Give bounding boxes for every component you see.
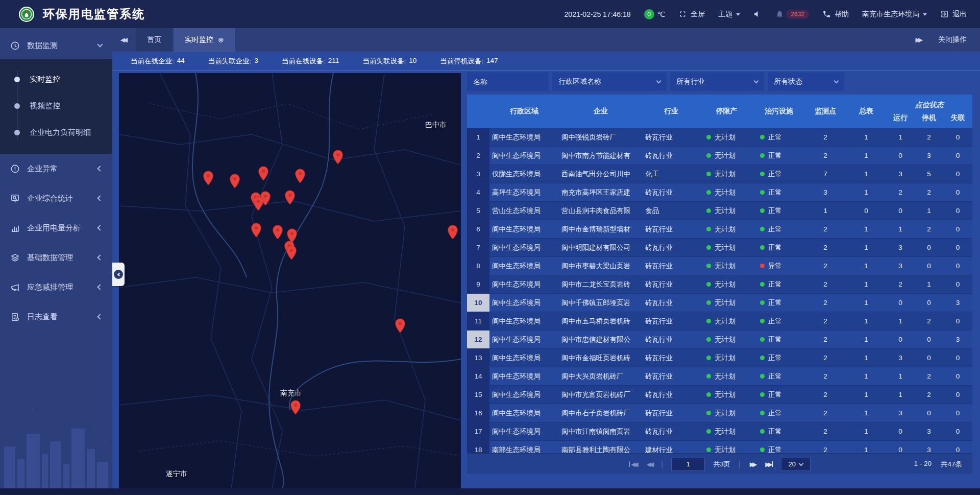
- production-status-dot: [706, 227, 711, 231]
- map-city-label: 南充市: [280, 389, 302, 398]
- row-running-cell: 2: [886, 275, 915, 293]
- region-filter-select[interactable]: 行政区域名称: [552, 73, 667, 91]
- table-row[interactable]: 12 阆中生态环境局 阆中市忠信建材有限公 砖瓦行业 无计划 正常 2 1 0 …: [467, 331, 972, 349]
- map-pin[interactable]: [272, 225, 283, 240]
- sidebar-collapse-button[interactable]: [112, 263, 125, 286]
- table-row[interactable]: 13 阆中生态环境局 阆中市金福旺页岩机砖 砖瓦行业 无计划 正常 2 1 3 …: [467, 349, 972, 367]
- industry-filter-select[interactable]: 所有行业: [670, 73, 764, 91]
- table-row[interactable]: 3 仪陇生态环境局 西南油气田分公司川中 化工 无计划 正常 7 1 3 5 0: [467, 165, 972, 183]
- chevron-down-icon: [754, 79, 759, 84]
- sidebar-item-video-monitor[interactable]: 视频监控: [0, 92, 112, 119]
- name-filter-input[interactable]: [473, 78, 543, 86]
- prev-page-button[interactable]: ◀◀: [646, 461, 653, 468]
- help-button[interactable]: 帮助: [822, 10, 849, 19]
- row-running-cell: 0: [886, 294, 915, 312]
- sidebar-item-enterprise-abnormal[interactable]: 企业异常: [0, 154, 112, 183]
- table-body: 1 阆中生态环境局 阆中强锐页岩砖厂 砖瓦行业 无计划 正常 2 1 1 2 0…: [467, 128, 972, 453]
- table-row[interactable]: 4 高坪生态环境局 南充市高坪区王家店建 砖瓦行业 无计划 正常 3 1 2 2…: [467, 183, 972, 202]
- sidebar-item-emergency-reduction[interactable]: 应急减排管理: [0, 272, 112, 302]
- map-pin[interactable]: [258, 166, 269, 181]
- row-facility-cell: 正常: [753, 367, 804, 385]
- map-pin[interactable]: [229, 174, 240, 188]
- row-meters-cell: 1: [846, 257, 886, 275]
- row-region-cell: 阆中生态环境局: [489, 220, 559, 238]
- table-row[interactable]: 17 阆中生态环境局 阆中市江南镇阆南页岩 砖瓦行业 无计划 正常 2 1 0 …: [467, 422, 972, 441]
- sidebar-item-power-load-detail[interactable]: 企业电力负荷明细: [0, 119, 112, 146]
- map-pin[interactable]: [295, 169, 306, 183]
- tab-home[interactable]: 首页: [136, 28, 173, 52]
- row-points-cell: 3: [804, 183, 846, 201]
- table-row[interactable]: 6 阆中生态环境局 阆中市金博瑞新型墙材 砖瓦行业 无计划 正常 2 1 1 2…: [467, 220, 972, 239]
- sidebar-item-data-monitoring[interactable]: 数据监测: [0, 32, 112, 59]
- table-row[interactable]: 16 阆中生态环境局 阆中市石子页岩机砖厂 砖瓦行业 无计划 正常 2 1 3 …: [467, 404, 972, 422]
- mute-button[interactable]: [753, 10, 762, 18]
- row-region-cell: 南部生态环境局: [489, 441, 559, 453]
- map-pin[interactable]: [332, 150, 344, 164]
- table-row[interactable]: 2 阆中生态环境局 阆中市南方节能建材有 砖瓦行业 无计划 正常 2 1 0 3…: [467, 147, 972, 165]
- close-operations-button[interactable]: 关闭操作: [938, 35, 967, 44]
- table-row[interactable]: 11 阆中生态环境局 阆中市五马桥页岩机砖 砖瓦行业 无计划 正常 2 1 1 …: [467, 312, 972, 331]
- row-industry-cell: 砖瓦行业: [643, 422, 700, 440]
- row-region-cell: 阆中生态环境局: [489, 312, 559, 330]
- table-row[interactable]: 5 营山生态环境局 营山县润丰肉食品有限 食品 无计划 正常 1 0 0 1 0: [467, 202, 972, 220]
- table-row[interactable]: 7 阆中生态环境局 阆中明阳建材有限公司 砖瓦行业 无计划 正常 2 1 3 0…: [467, 239, 972, 257]
- sidebar-item-basic-data-management[interactable]: 基础数据管理: [0, 243, 112, 272]
- map-pin[interactable]: [286, 245, 297, 260]
- row-points-cell: 7: [804, 165, 846, 183]
- map-pin[interactable]: [290, 400, 301, 415]
- row-index-cell: 12: [467, 331, 489, 348]
- bar-chart-icon: [10, 223, 20, 233]
- temperature-unit: ℃: [657, 10, 666, 18]
- tab-close-icon[interactable]: ⊗: [218, 36, 224, 43]
- table-header: 行政区域 企业 行业 停限产 治污设施 监测点 总表 点位状态 运行 停机 失联: [467, 95, 972, 128]
- first-page-button[interactable]: ◀◀: [629, 461, 637, 468]
- row-facility-cell: 正常: [753, 239, 804, 256]
- table-row[interactable]: 15 阆中生态环境局 阆中市光富页岩机砖厂 砖瓦行业 无计划 正常 2 1 1 …: [467, 386, 972, 404]
- table-row[interactable]: 14 阆中生态环境局 阆中大兴页岩机砖厂 砖瓦行业 无计划 正常 2 1 1 2…: [467, 367, 972, 386]
- logout-button[interactable]: 退出: [940, 10, 967, 19]
- map-pin[interactable]: [203, 171, 214, 185]
- map-panel[interactable]: 巴中市 南充市 遂宁市: [119, 73, 461, 489]
- sidebar-item-realtime-monitor[interactable]: 实时监控: [0, 66, 112, 92]
- notifications-button[interactable]: 2632: [775, 10, 809, 19]
- map-pin[interactable]: [253, 196, 264, 211]
- table-row[interactable]: 9 阆中生态环境局 阆中市二龙长宝页岩砖 砖瓦行业 无计划 正常 2 1 2 1…: [467, 275, 972, 294]
- tabs-scroll-right-button[interactable]: ▶▶: [916, 36, 923, 43]
- page-number-input[interactable]: [671, 458, 705, 471]
- row-running-cell: 3: [886, 404, 915, 422]
- row-points-cell: 2: [804, 386, 846, 404]
- table-row[interactable]: 18 南部生态环境局 南部县雅利土陶有限公 建材行业 无计划 正常 2 1 0 …: [467, 441, 972, 453]
- map-pin[interactable]: [284, 190, 296, 205]
- last-page-button[interactable]: ▶▶: [764, 461, 772, 468]
- row-offline-cell: 0: [943, 312, 972, 330]
- sidebar-item-enterprise-statistics[interactable]: 企业综合统计: [0, 183, 112, 213]
- row-meters-cell: 1: [846, 165, 886, 183]
- row-points-cell: 2: [804, 331, 846, 348]
- row-index-cell: 13: [467, 349, 489, 367]
- map-pin[interactable]: [251, 223, 262, 238]
- fullscreen-button[interactable]: 全屏: [678, 10, 705, 19]
- map-pin[interactable]: [447, 225, 458, 240]
- name-filter-field[interactable]: [467, 73, 549, 91]
- next-page-button[interactable]: ▶▶: [749, 461, 756, 468]
- tab-realtime-monitor[interactable]: 实时监控 ⊗: [174, 28, 235, 52]
- row-stopped-cell: 0: [915, 294, 943, 312]
- map-pin[interactable]: [395, 318, 406, 333]
- status-filter-select[interactable]: 所有状态: [768, 73, 844, 91]
- theme-dropdown[interactable]: 主题: [718, 10, 740, 19]
- pagination-bar: ◀◀ ◀◀ | 共3页 | ▶▶ ▶▶ 20 1 - 20 共47条: [467, 453, 972, 475]
- row-industry-cell: 砖瓦行业: [643, 147, 700, 164]
- table-row[interactable]: 8 阆中生态环境局 阆中市枣碧大梁山页岩 砖瓦行业 无计划 异常 2 1 3 0…: [467, 257, 972, 275]
- page-size-select[interactable]: 20: [781, 458, 811, 471]
- row-index-cell: 5: [467, 202, 489, 220]
- table-row[interactable]: 1 阆中生态环境局 阆中强锐页岩砖厂 砖瓦行业 无计划 正常 2 1 1 2 0: [467, 128, 972, 147]
- sidebar-item-log-view[interactable]: 日志查看: [0, 302, 112, 332]
- table-row[interactable]: 10 阆中生态环境局 阆中千佛镇五郎垭页岩 砖瓦行业 无计划 正常 2 1 0 …: [467, 294, 972, 312]
- row-stopped-cell: 5: [915, 165, 943, 183]
- row-region-cell: 阆中生态环境局: [489, 331, 559, 348]
- row-company-cell: 阆中强锐页岩砖厂: [559, 128, 643, 146]
- sidebar-item-power-usage-analysis[interactable]: 企业用电量分析: [0, 213, 112, 243]
- row-company-cell: 阆中市二龙长宝页岩砖: [559, 275, 643, 293]
- tabs-scroll-left-button[interactable]: ◀◀: [112, 28, 136, 52]
- org-dropdown[interactable]: 南充市生态环境局: [862, 10, 927, 19]
